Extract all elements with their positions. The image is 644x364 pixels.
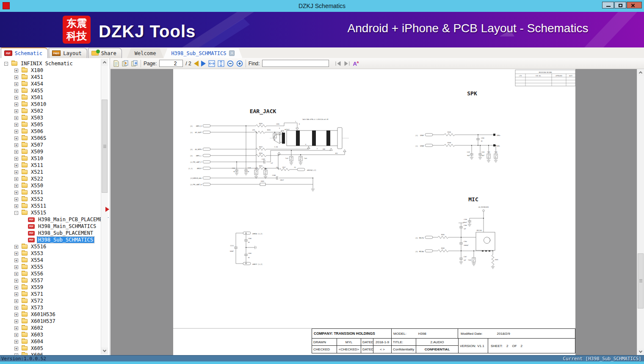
close-button[interactable] bbox=[627, 2, 642, 8]
tree-item[interactable]: + X550 bbox=[0, 182, 110, 189]
tree-expander-icon[interactable]: + bbox=[14, 164, 18, 167]
collapse-panel-arrow[interactable] bbox=[105, 207, 109, 212]
tree-item[interactable]: + X572 bbox=[0, 297, 110, 304]
tree-item[interactable]: + X511 bbox=[0, 162, 110, 169]
tree-expander-icon[interactable]: + bbox=[14, 313, 18, 317]
scroll-up-icon[interactable] bbox=[101, 59, 108, 66]
fit-width-button[interactable] bbox=[208, 60, 215, 67]
next-page-button[interactable] bbox=[201, 61, 206, 67]
tree-expander-icon[interactable]: + bbox=[14, 136, 18, 140]
tree-item[interactable]: + X601H537 bbox=[0, 318, 110, 325]
tree-expander-icon[interactable]: + bbox=[14, 320, 18, 323]
tree-expander-icon[interactable]: + bbox=[14, 69, 18, 72]
find-previous-icon[interactable] bbox=[335, 61, 341, 66]
snapshot-icon[interactable] bbox=[122, 60, 129, 67]
zoom-out-button[interactable] bbox=[227, 60, 234, 67]
tool-tab[interactable]: PADS Layout bbox=[49, 48, 87, 58]
tree-expander-icon[interactable]: + bbox=[14, 89, 18, 93]
tree-expander-icon[interactable]: + bbox=[14, 286, 18, 289]
tree-item[interactable]: - X5515 bbox=[0, 209, 110, 216]
tree-item[interactable]: + X559 bbox=[0, 284, 110, 291]
tree-expander-icon[interactable]: + bbox=[14, 252, 18, 256]
tree-expander-icon[interactable]: + bbox=[14, 326, 18, 330]
tree-item[interactable]: + X501 bbox=[0, 94, 110, 101]
tool-tab[interactable]: + Share bbox=[88, 48, 122, 58]
tree-expander-icon[interactable]: + bbox=[14, 258, 18, 262]
find-input[interactable] bbox=[262, 60, 329, 67]
tree-expander-icon[interactable]: + bbox=[14, 123, 18, 127]
tree-expander-icon[interactable]: + bbox=[14, 75, 18, 79]
tree-item[interactable]: + X521 bbox=[0, 169, 110, 175]
tree-expander-icon[interactable]: + bbox=[14, 292, 18, 296]
tree-expander-icon[interactable]: + bbox=[14, 130, 18, 133]
tree-item[interactable]: + X506 bbox=[0, 128, 110, 135]
tree-expander-icon[interactable]: + bbox=[14, 197, 18, 201]
tree-item[interactable]: + X510 bbox=[0, 155, 110, 162]
scroll-down-icon[interactable] bbox=[637, 348, 644, 355]
tree-expander-icon[interactable]: + bbox=[14, 82, 18, 86]
tree-item[interactable]: + X503 bbox=[0, 114, 110, 121]
tree-expander-icon[interactable]: + bbox=[14, 103, 18, 106]
tree-item[interactable]: + X606 bbox=[0, 352, 110, 355]
tree-item[interactable]: + X571 bbox=[0, 291, 110, 297]
tree-item[interactable]: + X509 bbox=[0, 148, 110, 155]
tree-item[interactable]: + X555 bbox=[0, 264, 110, 270]
tree-expander-icon[interactable]: + bbox=[14, 170, 18, 174]
tree-item[interactable]: + X556 bbox=[0, 270, 110, 277]
tree-item[interactable]: + X603 bbox=[0, 331, 110, 338]
tree-item[interactable]: PDF H398_Main_PCB_PLACEMENT bbox=[0, 216, 110, 223]
scroll-up-icon[interactable] bbox=[637, 69, 644, 76]
tree-expander-icon[interactable]: + bbox=[14, 157, 18, 161]
viewer-scrollbar[interactable] bbox=[637, 69, 644, 355]
extract-page-icon[interactable] bbox=[131, 60, 138, 67]
tree-expander-icon[interactable]: - bbox=[4, 62, 8, 66]
tree-item[interactable]: PDF H398_Main_SCHMATICS bbox=[0, 223, 110, 230]
tree-expander-icon[interactable]: + bbox=[14, 177, 18, 181]
tree-item[interactable]: + X5511 bbox=[0, 203, 110, 209]
tree-item[interactable]: + X506S bbox=[0, 135, 110, 142]
tree-expander-icon[interactable]: + bbox=[14, 333, 18, 337]
tree-item[interactable]: + X455 bbox=[0, 87, 110, 94]
tree-item[interactable]: + X605 bbox=[0, 345, 110, 352]
tree-item[interactable]: + X552 bbox=[0, 196, 110, 203]
text-size-icon[interactable]: Aa bbox=[353, 60, 359, 67]
tree-item[interactable]: - INFINIX Schematic bbox=[0, 60, 110, 67]
zoom-in-button[interactable] bbox=[236, 60, 243, 67]
tree-expander-icon[interactable]: + bbox=[14, 299, 18, 303]
tab-close-icon[interactable]: × bbox=[229, 50, 235, 56]
minimize-button[interactable] bbox=[602, 2, 614, 8]
tree-item[interactable]: PDF H398_Sub_SCHMATICS bbox=[0, 236, 110, 243]
tree-expander-icon[interactable]: + bbox=[14, 265, 18, 269]
tree-expander-icon[interactable]: - bbox=[14, 211, 18, 215]
document-tab[interactable]: H398_Sub_SCHMATICS × bbox=[163, 48, 242, 58]
tree-scroll-thumb[interactable] bbox=[102, 100, 108, 193]
tree-expander-icon[interactable]: + bbox=[14, 116, 18, 120]
tree-item[interactable]: + X573 bbox=[0, 304, 110, 311]
tree-item[interactable]: PDF H398_Sub_PLACEMENT bbox=[0, 230, 110, 236]
tree-item[interactable]: + X5010 bbox=[0, 101, 110, 108]
tree-expander-icon[interactable]: + bbox=[14, 306, 18, 310]
fit-page-button[interactable] bbox=[218, 60, 224, 67]
tree-expander-icon[interactable]: + bbox=[14, 191, 18, 195]
scroll-down-icon[interactable] bbox=[101, 347, 108, 354]
tree-item[interactable]: + X602 bbox=[0, 325, 110, 331]
tree-expander-icon[interactable]: + bbox=[14, 272, 18, 276]
tree-item[interactable]: + X601H536 bbox=[0, 311, 110, 318]
tree-expander-icon[interactable]: + bbox=[14, 245, 18, 249]
find-next-icon[interactable] bbox=[344, 61, 350, 66]
tree-item[interactable]: + X505 bbox=[0, 121, 110, 128]
tree-expander-icon[interactable]: + bbox=[14, 143, 18, 147]
tree-item[interactable]: + X554 bbox=[0, 257, 110, 264]
tree-item[interactable]: + X451 bbox=[0, 74, 110, 81]
tree-item[interactable]: + X5516 bbox=[0, 243, 110, 250]
tree-item[interactable]: + X454 bbox=[0, 81, 110, 87]
tree-item[interactable]: + X551 bbox=[0, 189, 110, 196]
copy-text-icon[interactable] bbox=[113, 60, 119, 67]
page-number-input[interactable] bbox=[159, 60, 183, 67]
tree-item[interactable]: + X522 bbox=[0, 175, 110, 182]
tree-item[interactable]: + X507 bbox=[0, 142, 110, 148]
tree-expander-icon[interactable]: + bbox=[14, 204, 18, 208]
tree-expander-icon[interactable]: + bbox=[14, 150, 18, 154]
previous-page-button[interactable] bbox=[194, 61, 199, 67]
tree-expander-icon[interactable]: + bbox=[14, 340, 18, 344]
